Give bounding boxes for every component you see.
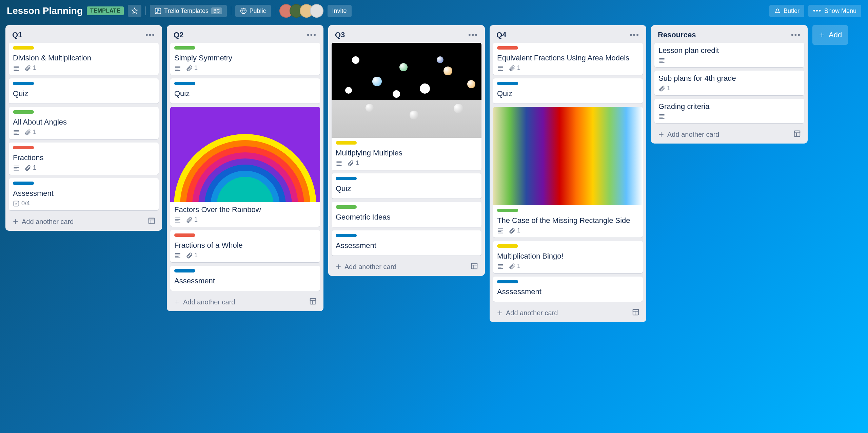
card[interactable]: Quiz (493, 78, 643, 103)
list-title[interactable]: Q1 (12, 31, 22, 39)
card-label[interactable] (13, 146, 34, 149)
card[interactable]: Assessment0/4 (9, 178, 159, 210)
globe-icon (240, 7, 247, 14)
card-title: The Case of the Missing Rectangle Side (497, 216, 639, 225)
card[interactable]: Multiplication Bingo!1 (493, 241, 643, 273)
card-label[interactable] (336, 141, 357, 145)
card-template-button[interactable] (793, 130, 801, 139)
avatar[interactable] (310, 4, 323, 18)
list-title[interactable]: Q2 (174, 31, 183, 39)
star-button[interactable] (128, 5, 141, 17)
card-label[interactable] (336, 234, 357, 237)
svg-rect-14 (794, 131, 800, 133)
card[interactable]: Factors Over the Rainbow1 (170, 107, 320, 227)
card[interactable]: Sub plans for 4th grade1 (654, 71, 804, 95)
card[interactable]: Fractions of a Whole1 (170, 230, 320, 262)
card-title: Assessment (336, 241, 477, 250)
card-label[interactable] (336, 177, 357, 180)
visibility-button[interactable]: Public (235, 5, 271, 17)
attachment-badge: 1 (186, 216, 198, 223)
svg-rect-2 (158, 9, 160, 11)
card[interactable]: Quiz (9, 78, 159, 103)
card-title: Factors Over the Rainbow (174, 205, 316, 214)
checklist-badge: 0/4 (13, 200, 30, 207)
card[interactable]: Equivalent Fractions Using Area Models1 (493, 43, 643, 75)
workspace-button[interactable]: Trello Templates BC (150, 5, 227, 17)
card-title: Equivalent Fractions Using Area Models (497, 54, 639, 62)
card[interactable]: Assessment (170, 266, 320, 291)
card-label[interactable] (174, 269, 195, 272)
card-template-button[interactable] (148, 217, 155, 226)
card-label[interactable] (497, 244, 518, 248)
card[interactable]: Assessment (332, 230, 481, 256)
card-label[interactable] (174, 233, 195, 237)
card-template-button[interactable] (309, 298, 317, 306)
card-template-button[interactable] (632, 308, 639, 317)
card[interactable]: Fractions1 (9, 143, 159, 175)
attachment-badge: 1 (509, 227, 520, 234)
card[interactable]: Division & Multiplication1 (9, 43, 159, 75)
card[interactable]: Geometric Ideas (332, 202, 481, 227)
list-header: Q2 ••• (170, 29, 320, 43)
card-label[interactable] (497, 82, 518, 85)
invite-button[interactable]: Invite (328, 5, 352, 17)
add-card-button[interactable]: Add another card (335, 263, 396, 271)
list-title[interactable]: Q3 (335, 31, 345, 39)
show-menu-button[interactable]: ••• Show Menu (808, 5, 861, 17)
list-menu-button[interactable]: ••• (630, 31, 639, 39)
card[interactable]: Quiz (332, 173, 481, 199)
card-label[interactable] (497, 209, 518, 212)
list-menu-button[interactable]: ••• (468, 31, 478, 39)
add-list-button[interactable]: Add (812, 25, 848, 45)
butler-button[interactable]: Butler (769, 5, 804, 17)
description-icon (174, 216, 181, 223)
list-title[interactable]: Resources (658, 31, 696, 39)
card-label[interactable] (13, 82, 34, 85)
card-label[interactable] (13, 110, 34, 114)
description-icon (497, 227, 504, 234)
svg-rect-5 (149, 218, 155, 224)
card[interactable]: The Case of the Missing Rectangle Side1 (493, 107, 643, 238)
workspace-badge: BC (211, 7, 222, 14)
card-label[interactable] (336, 205, 357, 209)
description-icon (497, 65, 504, 72)
card-label[interactable] (497, 46, 518, 50)
add-card-button[interactable]: Add another card (12, 218, 74, 226)
card-label[interactable] (13, 182, 34, 185)
add-card-button[interactable]: Add another card (496, 309, 558, 317)
list-menu-button[interactable]: ••• (307, 31, 317, 39)
list-footer: Add another card (493, 305, 643, 319)
list-menu-button[interactable]: ••• (791, 31, 801, 39)
visibility-label: Public (250, 7, 266, 15)
card-label[interactable] (174, 46, 195, 50)
list: Resources ••• Lesson plan creditSub plan… (651, 25, 808, 144)
card[interactable]: Asssessment (493, 277, 643, 302)
board-title: Lesson Planning (7, 5, 83, 16)
card[interactable]: Multiplying Multiples1 (332, 43, 481, 170)
list-header: Q4 ••• (493, 29, 643, 43)
card[interactable]: Grading criteria (654, 99, 804, 123)
card[interactable]: Simply Symmetry1 (170, 43, 320, 75)
list-title[interactable]: Q4 (496, 31, 506, 39)
add-card-button[interactable]: Add another card (658, 131, 719, 138)
svg-rect-9 (472, 263, 477, 269)
card-title: Multiplication Bingo! (497, 252, 639, 261)
card[interactable]: Quiz (170, 78, 320, 103)
card-label[interactable] (174, 82, 195, 85)
card-title: Fractions (13, 153, 155, 162)
card-label[interactable] (13, 46, 34, 50)
show-menu-label: Show Menu (824, 7, 856, 15)
card[interactable]: All About Angles1 (9, 107, 159, 139)
card-template-button[interactable] (471, 262, 478, 271)
svg-rect-1 (156, 9, 158, 12)
member-avatars[interactable] (279, 4, 323, 18)
add-card-button[interactable]: Add another card (174, 298, 235, 306)
card-title: Quiz (336, 184, 477, 193)
card-title: Division & Multiplication (13, 54, 155, 62)
svg-rect-12 (633, 309, 639, 312)
description-icon (174, 252, 181, 259)
card-title: Fractions of a Whole (174, 241, 316, 250)
card-label[interactable] (497, 280, 518, 283)
card[interactable]: Lesson plan credit (654, 43, 804, 67)
list-menu-button[interactable]: ••• (145, 31, 155, 39)
